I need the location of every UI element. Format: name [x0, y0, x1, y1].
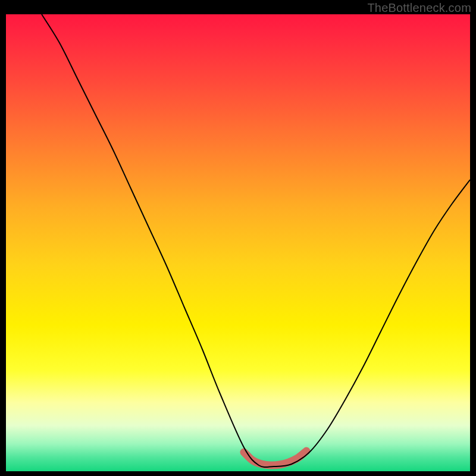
valley-highlight	[244, 451, 306, 465]
plot-area	[6, 14, 470, 471]
chart-svg	[6, 14, 470, 471]
bottleneck-curve	[42, 14, 470, 467]
chart-frame	[6, 14, 470, 471]
watermark-text: TheBottleneck.com	[367, 1, 471, 15]
